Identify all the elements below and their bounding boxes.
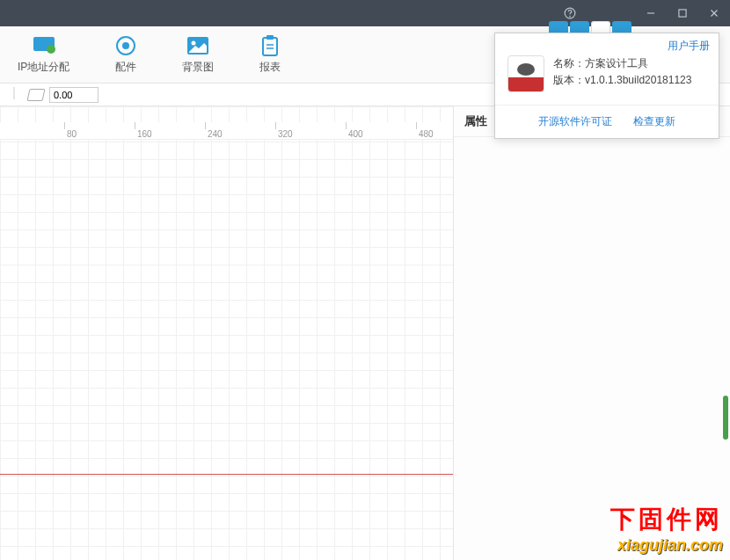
svg-point-7	[47, 45, 55, 54]
parts-button[interactable]: 配件	[113, 35, 138, 75]
svg-point-9	[122, 42, 129, 49]
ruler-tick: 80	[64, 122, 77, 129]
canvas-grid[interactable]: 80 160 240 320 400 480	[0, 106, 453, 560]
report-button[interactable]: 报表	[258, 35, 282, 75]
svg-rect-3	[679, 10, 686, 17]
sidebar-right: 属性	[453, 106, 730, 560]
license-link[interactable]: 开源软件许可证	[538, 114, 612, 129]
size-input[interactable]	[49, 87, 99, 103]
version-label: 版本：	[553, 74, 585, 86]
divider-icon	[9, 87, 23, 103]
help-popup: 用户手册 名称：方案设计工具 版本：v1.0.1.3build20181123 …	[494, 33, 719, 139]
name-label: 名称：	[553, 57, 585, 69]
ruler-horizontal: 80 160 240 320 400 480	[0, 122, 453, 140]
update-link[interactable]: 检查更新	[633, 114, 675, 129]
watermark-url: xiagujian.com	[610, 536, 723, 555]
monitor-icon	[32, 35, 56, 56]
clipboard-icon	[258, 35, 282, 56]
app-icon	[507, 55, 544, 92]
ip-assign-button[interactable]: IP地址分配	[18, 35, 69, 75]
svg-rect-13	[266, 35, 274, 40]
parts-label: 配件	[115, 60, 136, 75]
background-button[interactable]: 背景图	[182, 35, 214, 75]
eraser-icon[interactable]	[27, 89, 46, 101]
canvas-guideline	[0, 474, 453, 475]
image-icon	[186, 35, 210, 56]
maximize-icon[interactable]	[674, 4, 691, 22]
version-value: v1.0.1.3build20181123	[585, 74, 691, 86]
ruler-tick: 400	[346, 122, 363, 129]
ruler-tick: 240	[205, 122, 223, 129]
ruler-tick: 480	[416, 122, 434, 129]
watermark: 下固件网 xiagujian.com	[610, 503, 723, 555]
svg-point-11	[192, 40, 196, 45]
user-manual-link[interactable]: 用户手册	[668, 39, 710, 54]
canvas-area[interactable]: 80 160 240 320 400 480	[0, 106, 453, 560]
report-label: 报表	[259, 60, 281, 75]
name-value: 方案设计工具	[585, 57, 648, 69]
ruler-tick: 160	[135, 122, 152, 129]
minimize-icon[interactable]	[642, 4, 660, 22]
svg-point-1	[570, 16, 571, 17]
app-info: 名称：方案设计工具 版本：v1.0.1.3build20181123	[553, 55, 691, 92]
watermark-text: 下固件网	[610, 503, 723, 536]
help-icon[interactable]	[561, 4, 579, 22]
content-area: 80 160 240 320 400 480 属性	[0, 106, 730, 560]
parts-icon	[113, 35, 138, 56]
background-label: 背景图	[182, 60, 214, 75]
scroll-indicator[interactable]	[723, 396, 728, 440]
close-icon[interactable]	[705, 4, 723, 22]
ruler-tick: 320	[275, 122, 293, 129]
svg-rect-12	[263, 38, 277, 55]
ip-assign-label: IP地址分配	[18, 60, 69, 75]
